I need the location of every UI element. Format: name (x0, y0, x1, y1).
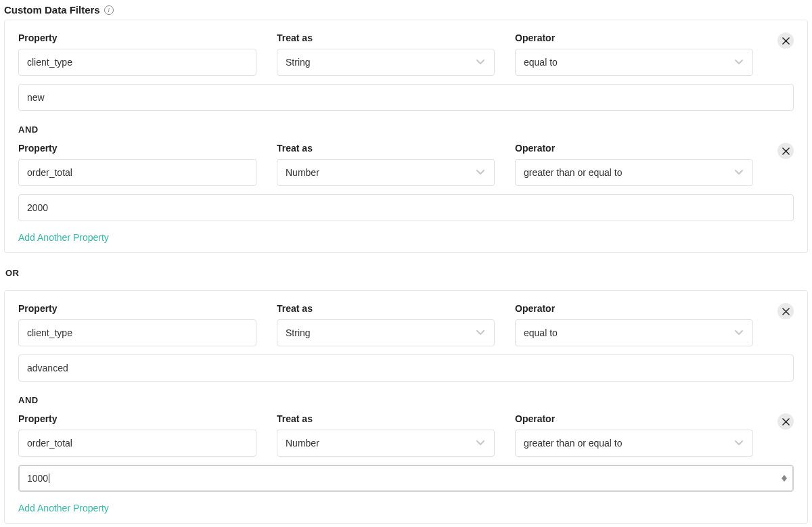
operator-select[interactable]: greater than or equal to (515, 159, 753, 186)
property-input[interactable] (18, 159, 256, 186)
treat-as-select[interactable]: Number (277, 430, 495, 457)
operator-column: Operator equal to (515, 303, 753, 346)
treat-as-column: Treat as Number (277, 413, 495, 457)
property-input[interactable] (18, 49, 256, 76)
chevron-down-icon (475, 166, 486, 179)
filter-row: Property Treat as Number Operator greate… (18, 143, 794, 186)
operator-column: Operator equal to (515, 32, 753, 76)
treat-as-value: Number (286, 438, 319, 449)
operator-select[interactable]: greater than or equal to (515, 430, 753, 457)
number-spinner-icon[interactable] (782, 475, 787, 482)
filter-row: Property Treat as String Operator equal … (18, 303, 794, 346)
treat-as-label: Treat as (277, 32, 495, 43)
operator-value: equal to (524, 57, 558, 68)
filter-row: Property Treat as Number Operator greate… (18, 413, 794, 457)
section-title-text: Custom Data Filters (4, 4, 100, 16)
property-label: Property (18, 413, 256, 424)
filter-group: Property Treat as String Operator equal … (4, 20, 808, 253)
operator-label: Operator (515, 143, 753, 154)
section-title: Custom Data Filters i (4, 4, 808, 16)
add-another-property-link[interactable]: Add Another Property (18, 232, 109, 243)
value-input[interactable] (18, 194, 794, 221)
treat-as-value: String (286, 57, 311, 68)
remove-filter-button[interactable] (777, 32, 794, 49)
remove-filter-button[interactable] (777, 413, 794, 430)
chevron-down-icon (475, 56, 486, 69)
chevron-down-icon (734, 437, 744, 450)
property-column: Property (18, 32, 256, 76)
value-text: 1000 (27, 473, 48, 484)
operator-value: greater than or equal to (524, 438, 623, 449)
operator-label: Operator (515, 413, 753, 424)
property-label: Property (18, 143, 256, 154)
treat-as-select[interactable]: String (277, 319, 495, 346)
info-icon[interactable]: i (104, 5, 114, 15)
remove-filter-button[interactable] (777, 143, 794, 159)
chevron-down-icon (734, 327, 744, 340)
property-input[interactable] (18, 430, 256, 457)
chevron-down-icon (475, 327, 486, 340)
property-label: Property (18, 32, 256, 43)
operator-value: greater than or equal to (524, 167, 623, 178)
operator-column: Operator greater than or equal to (515, 143, 753, 186)
property-column: Property (18, 413, 256, 457)
treat-as-column: Treat as String (277, 32, 495, 76)
text-caret (48, 473, 49, 484)
property-column: Property (18, 303, 256, 346)
operator-label: Operator (515, 32, 753, 43)
property-column: Property (18, 143, 256, 186)
treat-as-value: Number (286, 167, 319, 178)
operator-value: equal to (524, 327, 558, 338)
chevron-down-icon (475, 437, 486, 450)
value-input[interactable]: 1000 (18, 465, 794, 492)
and-separator: AND (18, 395, 794, 405)
operator-label: Operator (515, 303, 753, 314)
filter-row: Property Treat as String Operator equal … (18, 32, 794, 76)
value-input[interactable] (18, 84, 794, 111)
add-another-property-link[interactable]: Add Another Property (18, 503, 109, 513)
chevron-down-icon (734, 166, 744, 179)
treat-as-select[interactable]: String (277, 49, 495, 76)
treat-as-column: Treat as Number (277, 143, 495, 186)
filter-group: Property Treat as String Operator equal … (4, 290, 808, 524)
treat-as-select[interactable]: Number (277, 159, 495, 186)
operator-select[interactable]: equal to (515, 49, 753, 76)
treat-as-label: Treat as (277, 143, 495, 154)
remove-filter-button[interactable] (777, 303, 794, 319)
treat-as-value: String (286, 327, 311, 338)
property-input[interactable] (18, 319, 256, 346)
property-label: Property (18, 303, 256, 314)
treat-as-column: Treat as String (277, 303, 495, 346)
value-input[interactable] (18, 354, 794, 382)
operator-select[interactable]: equal to (515, 319, 753, 346)
chevron-down-icon (734, 56, 744, 69)
treat-as-label: Treat as (277, 413, 495, 424)
operator-column: Operator greater than or equal to (515, 413, 753, 457)
treat-as-label: Treat as (277, 303, 495, 314)
and-separator: AND (18, 124, 794, 135)
or-separator: OR (5, 268, 808, 278)
